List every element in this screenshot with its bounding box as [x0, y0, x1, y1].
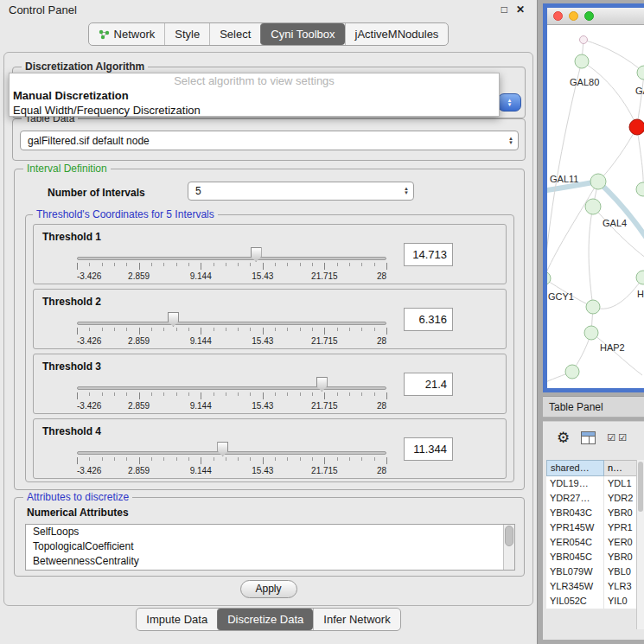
zoom-traffic-light[interactable] — [584, 11, 594, 21]
threshold-value-field[interactable]: 11.344 — [404, 437, 453, 461]
minimize-traffic-light[interactable] — [569, 11, 578, 21]
close-icon[interactable]: ✕ — [516, 3, 525, 16]
network-node[interactable] — [590, 174, 606, 189]
columns-icon[interactable] — [581, 431, 596, 444]
network-node[interactable] — [575, 54, 589, 68]
table-cell: YDL19… — [546, 476, 604, 491]
table-cell: YBR043C — [546, 506, 604, 520]
table-cell: YER054C — [546, 535, 604, 550]
tab-cyni-toolbox[interactable]: Cyni Toolbox — [260, 23, 344, 45]
threshold-value-field[interactable]: 14.713 — [404, 243, 453, 266]
table-row[interactable]: YBR045CYBR0 — [546, 550, 643, 564]
slider-track[interactable] — [77, 322, 386, 325]
threshold-value-field[interactable]: 21.4 — [404, 373, 453, 396]
network-node[interactable] — [636, 271, 644, 284]
threshold-slider[interactable]: -3.4262.8599.14415.4321.71528 — [77, 245, 386, 282]
threshold-label: Threshold 4 — [42, 425, 101, 437]
slider-tick-label: 28 — [377, 336, 386, 346]
attribute-list-item[interactable]: BetweennessCentrality — [26, 554, 514, 569]
network-node[interactable] — [584, 326, 598, 340]
table-row[interactable]: YDL19…YDL1 — [546, 476, 643, 491]
column-header-shared-name[interactable]: shared… — [546, 460, 604, 476]
tab-label: Cyni Toolbox — [271, 28, 335, 41]
network-node[interactable] — [565, 365, 579, 379]
slider-track[interactable] — [77, 257, 386, 260]
slider-tick-label: 15.43 — [252, 271, 273, 281]
numerical-attributes-label: Numerical Attributes — [27, 507, 129, 519]
threshold-slider[interactable]: -3.4262.8599.14415.4321.71528 — [77, 310, 386, 347]
tab-discretize-data[interactable]: Discretize Data — [217, 609, 313, 630]
table-panel: ⚙ ☑ ☑ shared… n… YDL19…YDL1YDR27…YDR2YBR… — [543, 421, 644, 640]
slider-track[interactable] — [77, 386, 386, 390]
network-node-label: GAL4 — [603, 218, 627, 228]
table-data-combobox[interactable]: galFiltered.sif default node ▲ ▼ — [20, 131, 519, 150]
attribute-list-item[interactable]: SelfLoops — [26, 525, 514, 539]
network-node-label: GAL11 — [550, 174, 578, 184]
network-node[interactable] — [585, 199, 601, 214]
dropdown-item-manual-discretization[interactable]: Manual Discretization — [10, 88, 499, 103]
threshold-value-field[interactable]: 6.316 — [404, 308, 453, 331]
gear-icon[interactable]: ⚙ — [557, 430, 570, 445]
network-node[interactable] — [580, 36, 588, 44]
table-row[interactable]: YIL052CYIL0 — [546, 594, 643, 609]
tab-infer-network[interactable]: Infer Network — [313, 609, 399, 630]
thresholds-group: Threshold's Coordinates for 5 Intervals … — [25, 214, 514, 482]
slider-tick-label: 15.43 — [252, 336, 273, 346]
table-row[interactable]: YPR145WYPR1 — [546, 520, 643, 535]
close-traffic-light[interactable] — [553, 11, 563, 21]
apply-button[interactable]: Apply — [240, 580, 297, 598]
network-node-selected[interactable] — [629, 119, 644, 135]
slider-tick-label: 21.715 — [311, 336, 338, 346]
algorithm-combobox-button[interactable]: ▲ ▼ — [498, 93, 521, 112]
table-row[interactable]: YBL079WYBL0 — [546, 564, 643, 579]
table-data-group: Table Data galFiltered.sif default node … — [12, 118, 526, 161]
spinner-down-icon: ▼ — [404, 191, 409, 195]
checkbox-icons[interactable]: ☑ ☑ — [607, 432, 627, 443]
table-scrollbar[interactable] — [636, 460, 644, 629]
control-panel-titlebar: Control Panel □ ✕ — [0, 0, 537, 19]
table-row[interactable]: YDR27…YDR2 — [546, 491, 643, 506]
network-node[interactable] — [547, 271, 551, 285]
slider-scale: -3.4262.8599.14415.4321.71528 — [77, 401, 386, 411]
table-cell: YDR27… — [546, 491, 604, 506]
tab-select[interactable]: Select — [209, 23, 260, 45]
float-window-icon[interactable]: □ — [501, 3, 507, 16]
tab-label: Impute Data — [146, 613, 207, 626]
slider-tick-label: -3.426 — [77, 336, 101, 346]
dropdown-item-equal-width-frequency[interactable]: Equal Width/Frequency Discretization — [10, 103, 499, 118]
tab-impute-data[interactable]: Impute Data — [137, 609, 217, 630]
spinner-down-icon: ▼ — [507, 103, 513, 107]
threshold-label: Threshold 1 — [42, 231, 101, 243]
network-node[interactable] — [636, 182, 644, 196]
threshold-slider[interactable]: -3.4262.8599.14415.4321.71528 — [77, 375, 386, 411]
threshold-slider[interactable]: -3.4262.8599.14415.4321.71528 — [77, 440, 386, 476]
tab-jactivemnodules[interactable]: jActiveMNodules — [345, 23, 449, 45]
slider-tick-label: 9.144 — [190, 336, 212, 346]
tab-network[interactable]: Network — [89, 23, 165, 45]
slider-track[interactable] — [77, 451, 386, 455]
table-row[interactable]: YER054CYER0 — [546, 535, 643, 550]
table-cell: YBR045C — [546, 550, 604, 564]
table-row[interactable]: YBR043CYBR0 — [546, 506, 643, 520]
slider-tick-label: 2.859 — [128, 271, 150, 281]
tab-style[interactable]: Style — [164, 23, 209, 45]
slider-tick-label: 15.43 — [252, 401, 273, 411]
tab-label: Select — [220, 28, 251, 41]
tab-label: jActiveMNodules — [355, 28, 439, 41]
network-node-label: GAL — [635, 86, 644, 96]
network-window-titlebar — [547, 8, 644, 25]
slider-ticks — [77, 328, 386, 335]
network-node[interactable] — [586, 300, 600, 314]
scrollbar-thumb[interactable] — [505, 526, 513, 546]
list-scrollbar[interactable] — [503, 525, 514, 570]
table-row[interactable]: YLR345WYLR3 — [546, 579, 643, 594]
slider-tick-label: 28 — [377, 271, 386, 281]
slider-tick-label: 28 — [377, 401, 386, 411]
table-header-row: shared… n… — [546, 460, 643, 476]
network-canvas[interactable]: GAL80 GAL GAL11 GAL4 GCY1 H HAP2 — [547, 25, 644, 387]
slider-tick-label: 2.859 — [128, 336, 150, 346]
number-of-intervals-combobox[interactable]: 5 ▲ ▼ — [188, 182, 414, 201]
combobox-value: 5 — [188, 185, 399, 197]
attribute-list-item[interactable]: TopologicalCoefficient — [26, 539, 514, 554]
scrollbar-thumb[interactable] — [638, 462, 643, 512]
